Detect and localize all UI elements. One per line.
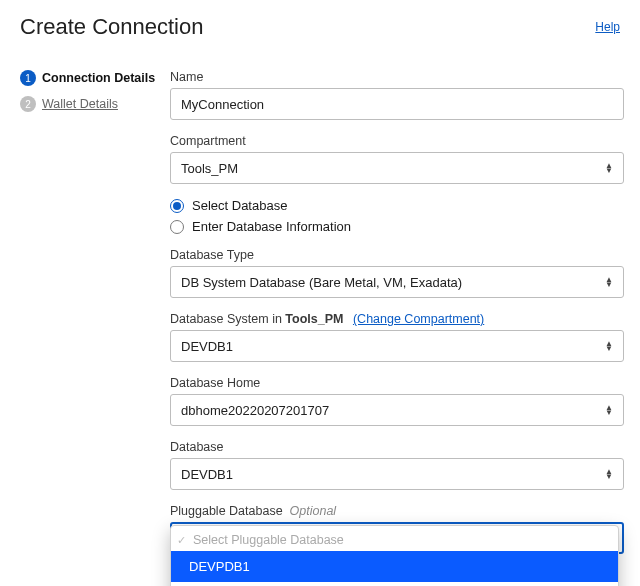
database-value: DEVDB1 <box>181 467 233 482</box>
chevron-updown-icon: ▲▼ <box>605 277 613 287</box>
database-system-label: Database System in Tools_PM (Change Comp… <box>170 312 624 326</box>
change-compartment-link[interactable]: (Change Compartment) <box>353 312 484 326</box>
compartment-select[interactable]: Tools_PM ▲▼ <box>170 152 624 184</box>
wizard-steps: 1 Connection Details 2 Wallet Details <box>20 70 170 586</box>
database-type-value: DB System Database (Bare Metal, VM, Exad… <box>181 275 462 290</box>
radio-enter-database-info[interactable]: Enter Database Information <box>170 219 624 234</box>
step-wallet-details[interactable]: 2 Wallet Details <box>20 96 170 112</box>
step-label: Connection Details <box>42 71 155 85</box>
name-value: MyConnection <box>181 97 264 112</box>
radio-icon <box>170 199 184 213</box>
pluggable-database-label: Pluggable Database Optional <box>170 504 624 518</box>
database-type-label: Database Type <box>170 248 624 262</box>
database-type-select[interactable]: DB System Database (Bare Metal, VM, Exad… <box>170 266 624 298</box>
radio-select-database[interactable]: Select Database <box>170 198 624 213</box>
dropdown-option-devpdb2[interactable]: DEVPDB2 <box>171 582 618 586</box>
dropdown-option-devpdb1[interactable]: DEVPDB1 <box>171 551 618 582</box>
database-system-select[interactable]: DEVDB1 ▲▼ <box>170 330 624 362</box>
help-link[interactable]: Help <box>595 20 620 34</box>
chevron-updown-icon: ▲▼ <box>605 163 613 173</box>
page-title: Create Connection <box>20 14 203 40</box>
compartment-label: Compartment <box>170 134 624 148</box>
step-connection-details[interactable]: 1 Connection Details <box>20 70 170 86</box>
name-input[interactable]: MyConnection <box>170 88 624 120</box>
dropdown-placeholder: ✓ Select Pluggable Database <box>171 526 618 551</box>
database-home-label: Database Home <box>170 376 624 390</box>
database-label: Database <box>170 440 624 454</box>
step-label: Wallet Details <box>42 97 118 111</box>
name-label: Name <box>170 70 624 84</box>
radio-label: Enter Database Information <box>192 219 351 234</box>
pluggable-database-dropdown: ✓ Select Pluggable Database DEVPDB1 DEVP… <box>170 525 619 586</box>
compartment-value: Tools_PM <box>181 161 238 176</box>
form-panel: Name MyConnection Compartment Tools_PM ▲… <box>170 70 624 586</box>
chevron-updown-icon: ▲▼ <box>605 469 613 479</box>
step-number-badge: 1 <box>20 70 36 86</box>
check-icon: ✓ <box>177 534 189 547</box>
radio-icon <box>170 220 184 234</box>
database-select[interactable]: DEVDB1 ▲▼ <box>170 458 624 490</box>
chevron-updown-icon: ▲▼ <box>605 405 613 415</box>
database-system-value: DEVDB1 <box>181 339 233 354</box>
database-home-value: dbhome20220207201707 <box>181 403 329 418</box>
chevron-updown-icon: ▲▼ <box>605 341 613 351</box>
database-home-select[interactable]: dbhome20220207201707 ▲▼ <box>170 394 624 426</box>
step-number-badge: 2 <box>20 96 36 112</box>
radio-label: Select Database <box>192 198 287 213</box>
